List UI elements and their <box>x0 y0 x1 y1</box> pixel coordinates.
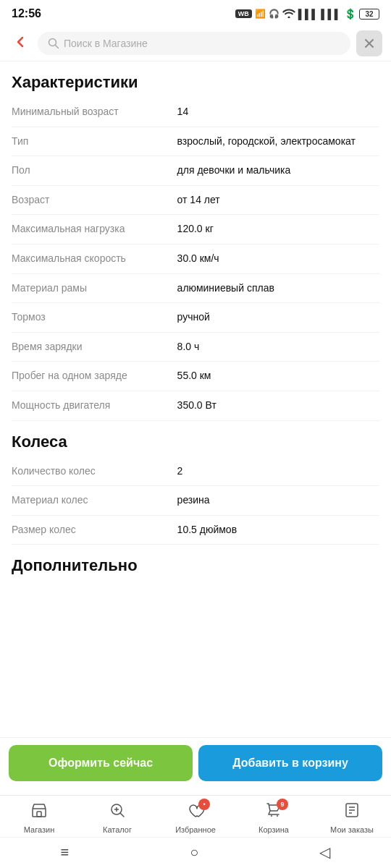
svg-point-11 <box>277 815 278 817</box>
spec-value: взрослый, городской, электросамокат <box>177 135 379 149</box>
spec-label: Материал рамы <box>12 281 177 296</box>
table-row: Пробег на одном заряде 55.0 км <box>12 362 379 391</box>
section-title-additional: Дополнительно <box>12 545 379 581</box>
spec-label: Мощность двигателя <box>12 399 177 413</box>
nav-item-favorites[interactable]: • Избранное <box>174 801 217 834</box>
table-row: Время зарядки 8.0 ч <box>12 333 379 362</box>
orders-icon <box>343 801 361 823</box>
table-row: Размер колес 10.5 дюймов <box>12 516 379 545</box>
order-now-button[interactable]: Оформить сейчас <box>9 745 193 781</box>
spec-value: для девочки и мальчика <box>177 163 379 178</box>
spec-label: Время зарядки <box>12 340 177 354</box>
spec-label: Количество колес <box>12 464 177 479</box>
favorites-badge: • <box>198 799 210 810</box>
table-row: Максимальная нагрузка 120.0 кг <box>12 215 379 244</box>
spec-value: 2 <box>177 464 379 479</box>
nav-item-orders[interactable]: Мои заказы <box>330 801 374 834</box>
nav-label-favorites: Избранное <box>175 825 216 834</box>
home-gesture-icon: ○ <box>190 844 198 861</box>
dollar-icon: 💲 <box>344 8 356 20</box>
wheels-table: Количество колес 2 Материал колес резина… <box>12 457 379 545</box>
section-title-characteristics: Характеристики <box>12 61 379 98</box>
spec-label: Тормоз <box>12 310 177 325</box>
bottom-actions: Оформить сейчас Добавить в корзину <box>0 737 391 788</box>
spec-value: 350.0 Вт <box>177 399 379 413</box>
status-time: 12:56 <box>12 7 41 20</box>
spec-label: Возраст <box>12 193 177 208</box>
characteristics-table: Минимальный возраст 14 Тип взрослый, гор… <box>12 98 379 421</box>
store-icon <box>30 801 48 823</box>
status-bar: 12:56 WB 📶 🎧 ▌▌▌ ▌▌▌ 💲 32 <box>0 0 391 26</box>
spec-value: 30.0 км/ч <box>177 252 379 266</box>
status-icons: WB 📶 🎧 ▌▌▌ ▌▌▌ 💲 32 <box>235 8 379 20</box>
spec-value: резина <box>177 493 379 508</box>
spec-value: 14 <box>177 105 379 119</box>
table-row: Минимальный возраст 14 <box>12 98 379 127</box>
section-title-wheels: Колеса <box>12 421 379 457</box>
nav-label-store: Магазин <box>24 825 54 834</box>
nav-items: Магазин Каталог • Избранное <box>0 796 391 837</box>
spec-label: Максимальная скорость <box>12 252 177 266</box>
signal-icon: ▌▌▌ <box>298 9 319 20</box>
back-button[interactable] <box>9 30 32 56</box>
spec-label: Минимальный возраст <box>12 105 177 119</box>
nav-label-orders: Мои заказы <box>330 825 374 834</box>
battery-indicator: 32 <box>359 9 379 20</box>
bottom-nav: Магазин Каталог • Избранное <box>0 795 391 868</box>
close-button[interactable] <box>356 30 382 56</box>
signal2-icon: ▌▌▌ <box>321 9 341 20</box>
spec-value: 8.0 ч <box>177 340 379 354</box>
heart-icon: • <box>187 801 204 823</box>
wb-badge: WB <box>235 9 252 18</box>
svg-line-1 <box>56 46 59 48</box>
cart-badge: 9 <box>277 799 288 810</box>
menu-gesture-icon: ≡ <box>61 844 70 861</box>
cart-icon: 9 <box>265 801 282 823</box>
table-row: Тип взрослый, городской, электросамокат <box>12 127 379 157</box>
search-icon <box>48 38 59 49</box>
nav-label-cart: Корзина <box>258 825 289 834</box>
spec-value: алюминиевый сплав <box>177 281 379 296</box>
svg-rect-4 <box>33 809 46 817</box>
spec-value: 120.0 кг <box>177 222 379 237</box>
svg-rect-5 <box>37 812 41 817</box>
table-row: Возраст от 14 лет <box>12 186 379 216</box>
spec-value: от 14 лет <box>177 193 379 208</box>
table-row: Пол для девочки и мальчика <box>12 156 379 186</box>
nav-label-catalog: Каталог <box>103 825 132 834</box>
wifi-icon <box>282 8 295 20</box>
table-row: Материал колес резина <box>12 486 379 516</box>
table-row: Максимальная скорость 30.0 км/ч <box>12 244 379 274</box>
spec-label: Материал колес <box>12 493 177 508</box>
spec-label: Пол <box>12 163 177 178</box>
spec-label: Максимальная нагрузка <box>12 222 177 237</box>
table-row: Тормоз ручной <box>12 303 379 333</box>
table-row: Мощность двигателя 350.0 Вт <box>12 391 379 421</box>
search-placeholder: Поиск в Магазине <box>64 38 148 49</box>
table-row: Количество колес 2 <box>12 457 379 487</box>
search-bar: Поиск в Магазине <box>0 26 391 61</box>
nav-item-catalog[interactable]: Каталог <box>96 801 139 834</box>
nav-gestures: ≡ ○ ◁ <box>0 837 391 868</box>
spec-label: Тип <box>12 135 177 149</box>
nav-item-store[interactable]: Магазин <box>17 801 61 834</box>
catalog-icon <box>109 801 126 823</box>
svg-point-10 <box>271 815 272 817</box>
spec-label: Пробег на одном заряде <box>12 369 177 383</box>
spec-label: Размер колес <box>12 523 177 537</box>
back-gesture-icon: ◁ <box>319 843 330 861</box>
nfc-icon: 📶 <box>255 9 266 19</box>
add-to-cart-button[interactable]: Добавить в корзину <box>198 745 382 781</box>
spec-value: 55.0 км <box>177 369 379 383</box>
nav-item-cart[interactable]: 9 Корзина <box>252 801 295 834</box>
table-row: Материал рамы алюминиевый сплав <box>12 274 379 304</box>
spec-value: 10.5 дюймов <box>177 523 379 537</box>
svg-line-7 <box>120 813 124 817</box>
main-content: Характеристики Минимальный возраст 14 Ти… <box>0 61 391 682</box>
headphone-icon: 🎧 <box>269 9 279 19</box>
search-input-wrap[interactable]: Поиск в Магазине <box>38 32 350 55</box>
spec-value: ручной <box>177 310 379 325</box>
